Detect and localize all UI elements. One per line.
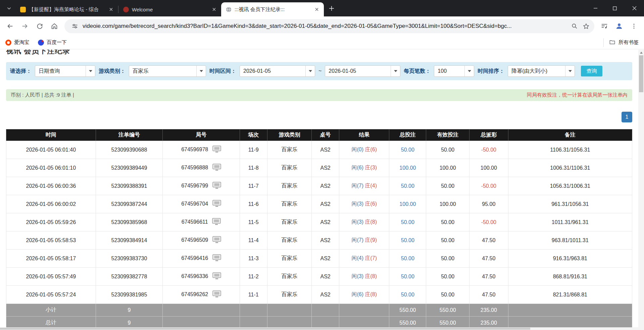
cell-valid-bet: 50.00 xyxy=(426,231,469,250)
tab-favicon-welcome-icon xyxy=(123,7,129,12)
total-valid-bet: 550.00 xyxy=(426,317,469,328)
scroll-up-arrow-icon[interactable] xyxy=(638,50,644,55)
browser-tab-forum[interactable]: 【新提醒】海燕策略论坛 - 综合 xyxy=(15,2,118,16)
cell-round: 674596336 xyxy=(163,268,240,286)
round-number: 674596704 xyxy=(181,201,208,207)
tab-close-icon[interactable] xyxy=(210,6,218,13)
subtotal-total-bet: 550.00 xyxy=(389,304,426,317)
vertical-scrollbar[interactable] xyxy=(638,50,644,327)
vertical-scrollbar-thumb[interactable] xyxy=(639,55,643,92)
chevron-down-icon[interactable] xyxy=(86,66,95,76)
result-banker: 庄(8) xyxy=(365,219,377,225)
total-label: 总计 xyxy=(6,317,96,328)
search-button[interactable]: 查询 xyxy=(581,66,602,76)
scrollbar-corner xyxy=(638,327,644,330)
cell-total-bet-link[interactable]: 50.00 xyxy=(389,268,426,286)
cell-valid-bet: 50.00 xyxy=(426,286,469,304)
zoom-icon[interactable] xyxy=(569,20,580,32)
video-replay-icon[interactable] xyxy=(212,254,221,263)
cell-round: 674596888 xyxy=(163,159,240,177)
tab-search-chevron-icon[interactable] xyxy=(3,3,15,14)
result-banker: 庄(8) xyxy=(365,291,377,297)
cell-total-bet-link[interactable]: 50.00 xyxy=(389,177,426,195)
tab-close-icon[interactable] xyxy=(107,6,115,13)
column-header: 备注 xyxy=(508,129,632,141)
bookmark-taobao[interactable]: 爱淘宝 xyxy=(5,39,29,46)
pagination: 1 xyxy=(6,112,632,122)
chevron-down-icon[interactable] xyxy=(391,66,400,76)
bookmark-star-icon[interactable] xyxy=(580,20,592,32)
cell-total-bet-link[interactable]: 100.00 xyxy=(389,195,426,213)
bookmark-baidu[interactable]: 百度一下 xyxy=(38,39,67,46)
result-banker: 庄(6) xyxy=(365,147,377,152)
sort-value: 降幂(由大到小) xyxy=(508,68,565,75)
cell-total-bet-link[interactable]: 100.00 xyxy=(389,159,426,177)
browser-tab-betrecord-active[interactable]: :::视讯 会员下注纪录::: xyxy=(221,2,324,16)
browser-menu-icon[interactable] xyxy=(627,19,641,33)
url-text[interactable]: videoie.com/game/betrecord_search/kind3?… xyxy=(83,23,569,30)
chevron-down-icon[interactable] xyxy=(464,66,474,76)
query-mode-select[interactable]: 日期查询 xyxy=(35,65,95,77)
media-controls-icon[interactable] xyxy=(598,19,611,33)
cell-payout: 47.50 xyxy=(469,231,508,250)
cell-total-bet-link[interactable]: 50.00 xyxy=(389,231,426,250)
new-tab-button[interactable] xyxy=(326,3,337,14)
cell-bet-id: 523099381985 xyxy=(96,286,163,304)
cell-total-bet-link[interactable]: 50.00 xyxy=(389,213,426,231)
query-mode-value: 日期查询 xyxy=(35,68,86,75)
horizontal-scrollbar[interactable] xyxy=(0,327,638,330)
video-replay-icon[interactable] xyxy=(212,236,221,245)
site-settings-tune-icon[interactable] xyxy=(69,20,81,32)
column-header: 游戏类别 xyxy=(267,129,311,141)
video-replay-icon[interactable] xyxy=(212,272,221,281)
chevron-down-icon[interactable] xyxy=(196,66,206,76)
browser-tab-welcome[interactable]: Welcome xyxy=(118,2,221,16)
video-replay-icon[interactable] xyxy=(212,146,221,154)
result-player: 闲(4) xyxy=(351,255,363,261)
refresh-icon[interactable] xyxy=(33,19,46,33)
all-bookmarks-button[interactable]: 所有书签 xyxy=(603,38,639,47)
date-end-select[interactable]: 2026-01-05 xyxy=(325,65,400,77)
cell-note: 821.31/868.81 xyxy=(508,286,632,304)
cell-total-bet-link[interactable]: 50.00 xyxy=(389,250,426,268)
url-bar[interactable]: videoie.com/game/betrecord_search/kind3?… xyxy=(64,19,594,33)
subtotal-payout: 235.00 xyxy=(469,304,508,317)
video-replay-icon[interactable] xyxy=(212,182,221,190)
tab-close-icon[interactable] xyxy=(313,6,320,13)
profile-avatar-icon[interactable] xyxy=(612,19,626,33)
forward-icon[interactable] xyxy=(18,19,32,33)
cell-payout: -50.00 xyxy=(469,141,508,159)
cell-total-bet-link[interactable]: 50.00 xyxy=(389,286,426,304)
home-icon[interactable] xyxy=(48,19,61,33)
chevron-down-icon[interactable] xyxy=(565,66,575,76)
back-icon[interactable] xyxy=(3,19,17,33)
video-replay-icon[interactable] xyxy=(212,218,221,227)
game-type-select[interactable]: 百家乐 xyxy=(129,65,206,77)
minimize-button[interactable] xyxy=(586,0,605,16)
horizontal-scrollbar-thumb[interactable] xyxy=(0,328,530,330)
cell-payout: 47.50 xyxy=(469,286,508,304)
table-header-row: 时间注单编号局号场次游戏类别桌号结果总投注有效投注总派彩备注 xyxy=(6,129,632,141)
video-replay-icon[interactable] xyxy=(212,164,221,172)
cell-total-bet-link[interactable]: 50.00 xyxy=(389,141,426,159)
cell-time: 2026-01-05 05:59:26 xyxy=(6,213,96,231)
per-page-select[interactable]: 100 xyxy=(434,65,474,77)
total-total-bet: 550.00 xyxy=(389,317,426,328)
total-count: 9 xyxy=(96,317,163,328)
result-banker: 庄(6) xyxy=(365,201,377,207)
date-start-select[interactable]: 2026-01-05 xyxy=(240,65,315,77)
video-replay-icon[interactable] xyxy=(212,200,221,209)
maximize-button[interactable] xyxy=(605,0,625,16)
cell-result: 闲(6) 庄(8) xyxy=(339,286,389,304)
pagination-page-1-button[interactable]: 1 xyxy=(622,112,632,122)
bet-record-table: 时间注单编号局号场次游戏类别桌号结果总投注有效投注总派彩备注 2026-01-0… xyxy=(6,129,632,327)
cell-bet-id: 523099385968 xyxy=(96,213,163,231)
cell-note: 963.81/1011.31 xyxy=(508,231,632,250)
chevron-down-icon[interactable] xyxy=(305,66,315,76)
table-body: 2026-01-05 06:01:40 523099390688 6745969… xyxy=(6,141,632,304)
video-replay-icon[interactable] xyxy=(212,290,221,299)
folder-icon xyxy=(609,39,615,46)
subtotal-label: 小计 xyxy=(6,304,96,317)
time-sort-select[interactable]: 降幂(由大到小) xyxy=(508,65,575,77)
close-window-button[interactable] xyxy=(625,0,644,16)
